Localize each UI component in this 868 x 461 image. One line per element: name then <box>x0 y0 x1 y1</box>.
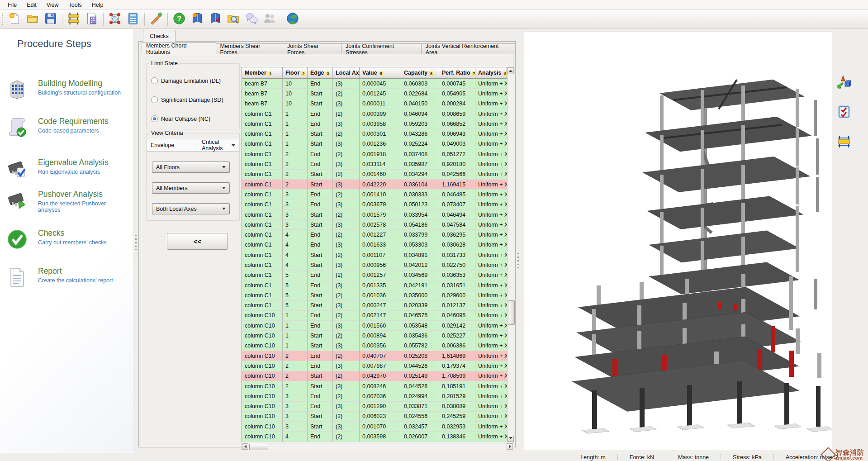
paint-display-button[interactable] <box>147 11 165 28</box>
building-report-button[interactable] <box>83 11 100 28</box>
subtab-members-shear-forces[interactable]: Members Shear Forces <box>216 43 283 54</box>
table-row[interactable]: column C13End(2)0,0014100,0303330,046485… <box>242 190 508 200</box>
radio-significant-damage-sd-[interactable]: Significant Damage (SD) <box>151 96 223 103</box>
scroll-left-button[interactable] <box>242 443 248 450</box>
table-row[interactable]: column C11End(3)0,0039580,0592030,066852… <box>242 119 508 129</box>
subtab-joints-shear-forces[interactable]: Joints Shear Forces <box>283 43 342 54</box>
table-row[interactable]: column C15Start(3)0,0002470,0203390,0121… <box>242 301 508 311</box>
cell-value: 0,001070 <box>360 422 401 432</box>
table-row[interactable]: column C14Start(3)0,0009560,0420120,0227… <box>242 260 508 270</box>
critical-analysis-select[interactable]: Critical Analysis <box>198 139 239 152</box>
column-header-floor[interactable]: Floor2 <box>283 67 308 78</box>
sidebar-step-report[interactable]: ReportCreate the calculations' report <box>5 266 129 295</box>
manual-check-button[interactable] <box>207 11 224 28</box>
sidebar-step-checks[interactable]: ChecksCarry out members' checks <box>5 228 129 257</box>
table-row[interactable]: column C11Start(2)0,0003010,0432860,0069… <box>242 129 508 139</box>
browse-results-button[interactable] <box>225 11 242 28</box>
table-horizontal-scrollbar[interactable] <box>242 443 514 450</box>
scroll-down-button[interactable] <box>508 435 514 442</box>
frame-member-button[interactable] <box>835 133 853 151</box>
sidebar-step-eigenvalue-analysis[interactable]: Eigenvalue AnalysisRun Eigenvalue analys… <box>5 157 129 187</box>
table-row[interactable]: beam B710Start(3)0,0000110,0401500,00028… <box>242 99 508 109</box>
frame-section-button[interactable] <box>65 11 82 28</box>
building-3d-view[interactable] <box>524 32 832 451</box>
table-row[interactable]: column C102Start(2)0,0429700,0251491,708… <box>242 371 508 381</box>
table-row[interactable]: column C14End(2)0,0012270,0337990,036295… <box>242 230 508 240</box>
radio-near-collapse-nc-[interactable]: Near Collapse (NC) <box>151 115 210 122</box>
table-row[interactable]: beam B710Start(2)0,0012450,0226840,05490… <box>242 89 508 99</box>
table-row[interactable]: column C13Start(3)0,0025780,0541860,0475… <box>242 220 508 230</box>
orientation-axes-button[interactable] <box>835 73 853 91</box>
calculator-button[interactable] <box>124 11 142 28</box>
table-row[interactable]: column C12Start(2)0,0014600,0342940,0425… <box>242 170 508 180</box>
table-row[interactable]: column C14End(3)0,0016330,0533030,030628… <box>242 240 508 250</box>
subtab-joints-confinement-stresses[interactable]: Joints Confinement Stresses <box>341 43 422 54</box>
table-row[interactable]: column C15Start(2)0,0010360,0350000,0296… <box>242 290 508 300</box>
dropdown-both-local-axes[interactable]: Both Local Axes <box>152 203 230 214</box>
sidebar-step-code-requirements[interactable]: Code RequirementsCode-based parameters <box>5 116 129 146</box>
comments-button[interactable] <box>243 11 260 28</box>
dropdown-all-members[interactable]: All Members <box>152 182 230 194</box>
subtab-members-chord-rotations[interactable]: Members Chord Rotations <box>142 42 216 54</box>
table-row[interactable]: column C103End(2)0,0070360,0249940,28152… <box>242 391 508 401</box>
horizontal-scroll-thumb[interactable] <box>249 444 268 450</box>
sidebar-step-building-modelling[interactable]: Building ModellingBuilding's structural … <box>5 78 129 108</box>
table-row[interactable]: column C11End(2)0,0003990,0460940,008659… <box>242 109 508 119</box>
column-header-edge[interactable]: Edge3 <box>308 67 333 78</box>
sidebar-splitter[interactable] <box>133 29 138 453</box>
table-row[interactable]: column C15End(3)0,0013350,0421910,031651… <box>242 280 508 290</box>
column-header-member[interactable]: Member1 <box>242 67 283 78</box>
menu-view[interactable]: View <box>42 1 64 9</box>
table-row[interactable]: column C102Start(3)0,0082460,0445260,185… <box>242 381 508 391</box>
checklist-button[interactable] <box>835 103 853 121</box>
column-header-analysis[interactable]: Analysis8 <box>475 67 508 78</box>
menu-tools[interactable]: Tools <box>64 1 87 9</box>
table-row[interactable]: column C15End(2)0,0012570,0345690,036353… <box>242 271 508 280</box>
model-3d-button[interactable] <box>106 11 123 28</box>
vertical-scroll-thumb[interactable] <box>508 300 515 325</box>
manual-star-button[interactable] <box>189 11 206 28</box>
tab-checks[interactable]: Checks <box>143 30 175 42</box>
table-row[interactable]: column C101End(3)0,0015600,0535480,02914… <box>242 321 508 331</box>
table-vertical-scrollbar[interactable] <box>507 67 514 442</box>
scroll-up-button[interactable] <box>508 67 514 74</box>
viewport-splitter[interactable] <box>516 29 521 453</box>
scroll-right-button[interactable] <box>507 443 513 450</box>
table-row[interactable]: column C14Start(2)0,0011070,0348910,0317… <box>242 250 508 260</box>
table-row[interactable]: column C101End(2)0,0021470,0465750,04609… <box>242 311 508 321</box>
table-row[interactable]: column C12End(3)0,0331140,0359870,920180… <box>242 159 508 169</box>
toolbar-grip[interactable] <box>2 13 3 26</box>
collapse-panel-button[interactable]: << <box>167 233 228 250</box>
column-header-perf-ratio[interactable]: Perf. Ratio7 <box>439 67 475 78</box>
cell-edge: End <box>308 240 333 250</box>
table-row[interactable]: column C101Start(3)0,0003560,0557820,006… <box>242 341 508 351</box>
column-header-local-axis[interactable]: Local Axis4 <box>333 67 360 78</box>
menu-help[interactable]: Help <box>87 1 109 9</box>
menu-file[interactable]: File <box>3 1 22 9</box>
table-row[interactable]: column C101Start(2)0,0008940,0354360,025… <box>242 331 508 341</box>
open-project-button[interactable] <box>24 11 41 28</box>
table-row[interactable]: column C11Start(3)0,0012360,0252240,0490… <box>242 139 508 149</box>
table-row[interactable]: column C13End(3)0,0036790,0501230,073407… <box>242 200 508 210</box>
table-row[interactable]: column C13Start(2)0,0015790,0339540,0464… <box>242 210 508 220</box>
table-row[interactable]: beam B710End(3)0,0000450,0603030,000745U… <box>242 79 508 89</box>
table-row[interactable]: column C103Start(2)0,0060230,0245560,245… <box>242 412 508 422</box>
table-row[interactable]: column C12Start(3)0,0422200,0361041,1694… <box>242 180 508 190</box>
column-header-value[interactable]: Value5 <box>360 67 401 78</box>
sidebar-step-pushover-analysis[interactable]: Pushover AnalysisRun the selected Pushov… <box>5 189 129 219</box>
radio-damage-limitation-dl-[interactable]: Damage Limitation (DL) <box>151 77 221 84</box>
table-row[interactable]: column C12End(2)0,0019180,0374080,051272… <box>242 149 508 159</box>
column-header-capacity[interactable]: Capacity6 <box>401 67 439 78</box>
table-row[interactable]: column C102End(3)0,0079870,0445260,17937… <box>242 361 508 371</box>
menu-edit[interactable]: Edit <box>22 1 42 9</box>
table-row[interactable]: column C102End(2)0,0407070,0252081,61486… <box>242 351 508 361</box>
subtab-joints-vertical-reinforcement-area[interactable]: Joints Vertical Reinforcement Area <box>421 43 516 54</box>
save-button[interactable] <box>42 11 59 28</box>
table-row[interactable]: column C103End(3)0,0012900,0338710,03808… <box>242 402 508 412</box>
web-globe-button[interactable] <box>284 11 301 28</box>
help-button[interactable]: ? <box>171 11 188 28</box>
table-row[interactable]: column C103Start(3)0,0010700,0324570,032… <box>242 422 508 432</box>
new-project-button[interactable] <box>6 11 23 28</box>
dropdown-all-floors[interactable]: All Floors <box>152 162 230 173</box>
table-row[interactable]: column C104End(2)0,0035980,0260070,13834… <box>242 432 508 442</box>
